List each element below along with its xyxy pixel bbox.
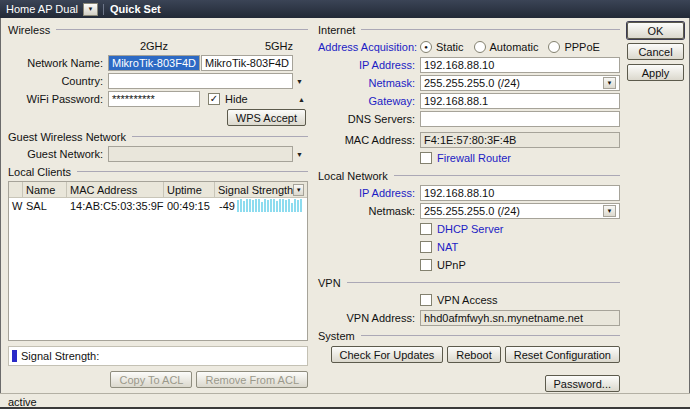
hide-checkbox[interactable]: ✓ — [208, 93, 220, 105]
wifi-password-label: WiFi Password: — [8, 93, 108, 105]
local-network-section-label: Local Network — [318, 170, 388, 182]
vpn-address-input[interactable]: hhd0afmfwyh.sn.mynetname.net — [420, 310, 620, 326]
wifi-password-input[interactable]: ********** — [108, 91, 200, 107]
wireless-panel: Wireless 2GHz 5GHz Network Name: MikroTi… — [8, 21, 308, 388]
radio-static[interactable]: ● — [420, 41, 432, 53]
mac-address-label: MAC Address: — [318, 134, 420, 146]
titlebar-separator — [103, 4, 104, 15]
network-name-2ghz-input[interactable]: MikroTik-803F4D — [108, 55, 200, 71]
dialog-buttons: OK Cancel Apply — [627, 22, 684, 81]
vpn-section-label: VPN — [318, 277, 341, 289]
wan-ip-label: IP Address: — [318, 59, 420, 71]
client-flags: W — [9, 200, 23, 212]
radio-pppoe-label: PPPoE — [564, 41, 599, 53]
section-divider — [132, 136, 308, 137]
reset-configuration-button[interactable]: Reset Configuration — [505, 346, 620, 363]
firewall-router-checkbox[interactable] — [420, 152, 432, 164]
wifi-password-row: WiFi Password: ********** ✓ Hide ▲ — [8, 91, 308, 107]
status-bar: active — [0, 393, 690, 409]
nat-row: NAT — [318, 239, 620, 255]
signal-legend: Signal Strength: — [8, 346, 308, 366]
lan-ip-input[interactable]: 192.168.88.10 — [420, 185, 620, 201]
address-acquisition-row: Address Acquisition: ● Static Automatic … — [318, 39, 620, 55]
firewall-router-label: Firewall Router — [437, 152, 511, 164]
client-signal-cell: -49 — [215, 199, 307, 212]
remove-from-acl-button[interactable]: Remove From ACL — [196, 371, 308, 388]
gateway-input[interactable]: 192.168.88.1 — [420, 93, 620, 109]
section-divider — [56, 29, 308, 30]
reboot-button[interactable]: Reboot — [447, 346, 500, 363]
wps-accept-button[interactable]: WPS Accept — [227, 109, 306, 126]
local-clients-section-label: Local Clients — [8, 166, 71, 178]
copy-to-acl-button[interactable]: Copy To ACL — [110, 371, 192, 388]
wan-netmask-select[interactable]: 255.255.255.0 (/24) ▼ — [420, 75, 620, 91]
address-acquisition-label: Address Acquisition: — [318, 41, 420, 53]
vpn-access-checkbox[interactable] — [420, 294, 432, 306]
country-select[interactable] — [108, 73, 293, 89]
guest-network-row: Guest Network: ▼ — [8, 146, 308, 162]
preset-dropdown-button[interactable]: ▼ — [83, 3, 98, 16]
internet-section-header: Internet — [318, 23, 620, 36]
chevron-down-icon: ▼ — [87, 6, 93, 12]
section-divider — [77, 171, 308, 172]
local-clients-table[interactable]: Name MAC Address Uptime Signal Strength … — [8, 181, 308, 341]
name-column-header[interactable]: Name — [23, 182, 67, 197]
guest-network-select[interactable] — [108, 146, 293, 162]
chevron-down-icon: ▼ — [296, 187, 302, 193]
radio-automatic[interactable] — [474, 41, 486, 53]
vpn-address-label: VPN Address: — [318, 312, 420, 324]
section-divider — [361, 29, 620, 30]
signal-strength-swatch — [12, 350, 17, 362]
internet-section-label: Internet — [318, 24, 355, 36]
firewall-router-row: Firewall Router — [318, 150, 620, 166]
local-clients-section-header: Local Clients — [8, 165, 308, 178]
signal-column-header[interactable]: Signal Strength ▼ — [215, 182, 307, 197]
section-divider — [347, 282, 620, 283]
upnp-row: UPnP — [318, 257, 620, 273]
check-for-updates-button[interactable]: Check For Updates — [331, 346, 444, 363]
column-dropdown-button[interactable]: ▼ — [293, 184, 304, 196]
vpn-access-label: VPN Access — [437, 294, 498, 306]
chevron-down-icon[interactable]: ▼ — [603, 205, 616, 217]
uptime-column-header[interactable]: Uptime — [164, 182, 215, 197]
lan-netmask-select[interactable]: 255.255.255.0 (/24) ▼ — [420, 203, 620, 219]
lan-ip-row: IP Address: 192.168.88.10 — [318, 185, 620, 201]
radio-automatic-label: Automatic — [490, 41, 539, 53]
window-title: Quick Set — [110, 3, 161, 15]
flags-column-header[interactable] — [9, 182, 23, 197]
signal-sparkline — [237, 199, 306, 212]
section-divider — [361, 335, 620, 336]
password-button[interactable]: Password... — [545, 375, 620, 392]
ok-button[interactable]: OK — [627, 22, 684, 39]
apply-button[interactable]: Apply — [627, 64, 684, 81]
gateway-row: Gateway: 192.168.88.1 — [318, 93, 620, 109]
guest-section-label: Guest Wireless Network — [8, 131, 126, 143]
system-section-label: System — [318, 330, 355, 342]
vpn-address-row: VPN Address: hhd0afmfwyh.sn.mynetname.ne… — [318, 310, 620, 326]
mac-column-header[interactable]: MAC Address — [67, 182, 164, 197]
band-5ghz-label: 5GHz — [200, 40, 293, 52]
radio-pppoe[interactable] — [548, 41, 560, 53]
chevron-down-icon[interactable]: ▼ — [603, 77, 616, 89]
wan-netmask-row: Netmask: 255.255.255.0 (/24) ▼ — [318, 75, 620, 91]
vpn-access-row: VPN Access — [318, 292, 620, 308]
collapse-up-icon[interactable]: ▲ — [295, 96, 308, 103]
dns-servers-label: DNS Servers: — [318, 113, 420, 125]
network-name-label: Network Name: — [8, 57, 108, 69]
wan-ip-input[interactable]: 192.168.88.10 — [420, 57, 620, 73]
wan-netmask-label: Netmask: — [318, 77, 420, 89]
cancel-button[interactable]: Cancel — [627, 43, 684, 60]
dhcp-server-checkbox[interactable] — [420, 223, 432, 235]
client-uptime: 00:49:15 — [164, 200, 215, 212]
nat-checkbox[interactable] — [420, 241, 432, 253]
upnp-checkbox[interactable] — [420, 259, 432, 271]
mac-address-input[interactable]: F4:1E:57:80:3F:4B — [420, 132, 620, 148]
network-name-5ghz-input[interactable]: MikroTik-803F4D — [201, 55, 293, 71]
lan-netmask-value: 255.255.255.0 (/24) — [424, 205, 520, 217]
chevron-down-icon[interactable]: ▼ — [293, 78, 306, 85]
wireless-section-label: Wireless — [8, 24, 50, 36]
signal-legend-label: Signal Strength: — [21, 350, 99, 362]
dns-servers-input[interactable] — [420, 111, 620, 127]
table-row[interactable]: W SAL 14:AB:C5:03:35:9F 00:49:15 -49 — [9, 198, 307, 213]
chevron-down-icon[interactable]: ▼ — [293, 151, 306, 158]
